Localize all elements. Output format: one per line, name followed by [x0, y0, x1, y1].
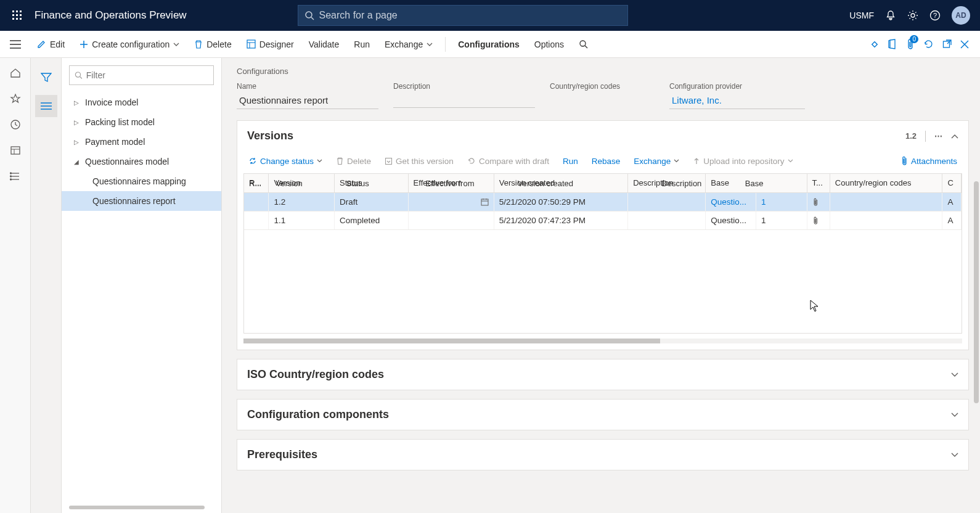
fasttab-header-prereq[interactable]: Prerequisites: [237, 440, 968, 470]
tree-filter-input[interactable]: [69, 65, 214, 85]
list-pane-toggles: [31, 58, 62, 513]
svg-rect-24: [872, 41, 877, 46]
recent-icon[interactable]: [9, 118, 22, 131]
col-t[interactable]: T...: [807, 173, 830, 193]
col-status[interactable]: Status: [334, 173, 408, 193]
action-pane-right: 0: [870, 39, 975, 50]
col-country-codes[interactable]: Country/region codes: [830, 173, 942, 193]
run-button[interactable]: Run: [348, 36, 376, 53]
configurations-tab[interactable]: Configurations: [452, 36, 526, 53]
name-value[interactable]: Questionnaires report: [237, 93, 378, 109]
col-c[interactable]: C: [942, 173, 962, 193]
validate-button[interactable]: Validate: [303, 36, 346, 53]
popout-icon[interactable]: [942, 39, 952, 49]
user-avatar[interactable]: AD: [952, 6, 970, 25]
tree-item-questionnaires-mapping[interactable]: Questionnaires mapping: [62, 171, 221, 191]
tree-item-invoice-model[interactable]: ▷Invoice model: [62, 92, 221, 112]
designer-button[interactable]: Designer: [240, 36, 300, 53]
action-search-icon[interactable]: [573, 36, 594, 52]
versions-grid: R... Version Status Effective from Versi…: [243, 173, 962, 334]
fasttab-header-versions[interactable]: Versions 1.2 ⋯: [237, 121, 968, 151]
home-icon[interactable]: [9, 67, 22, 79]
nav-toggle-icon[interactable]: [0, 40, 31, 49]
list-icon[interactable]: [35, 95, 57, 117]
nav-rail: [0, 58, 31, 513]
refresh-icon[interactable]: [923, 39, 934, 49]
tree-item-questionnaires-model[interactable]: ◢Questionnaires model: [62, 152, 221, 171]
version-run-button[interactable]: Run: [558, 154, 583, 168]
chevron-right-icon: ▷: [71, 139, 81, 146]
tree-item-questionnaires-report[interactable]: Questionnaires report: [62, 191, 221, 211]
attachment-count-badge: 0: [910, 35, 918, 43]
country-codes-value[interactable]: [550, 93, 655, 108]
fasttab-versions: Versions 1.2 ⋯ Change status: [237, 120, 969, 350]
version-delete-button: Delete: [331, 154, 376, 168]
svg-point-9: [306, 12, 312, 18]
svg-line-23: [585, 46, 587, 48]
header-fields: Name Questionnaires report Description C…: [237, 82, 969, 109]
create-configuration-button[interactable]: Create configuration: [73, 36, 186, 53]
office-icon[interactable]: [888, 39, 897, 49]
tree-item-payment-model[interactable]: ▷Payment model: [62, 132, 221, 152]
close-icon[interactable]: [960, 40, 969, 49]
company-picker[interactable]: USMF: [849, 10, 874, 20]
tree-horizontal-scrollbar[interactable]: [69, 506, 205, 509]
table-row[interactable]: 1.2Draft5/21/2020 07:50:29 PMQuestio...1…: [244, 193, 962, 211]
app-launcher-icon[interactable]: [5, 10, 30, 20]
get-this-version-button: Get this version: [380, 154, 459, 168]
filter-icon[interactable]: [35, 67, 57, 89]
table-row[interactable]: 1.1Completed5/21/2020 07:47:23 PMQuestio…: [244, 211, 962, 230]
chevron-down-icon: ◢: [71, 158, 81, 165]
version-attachments-button[interactable]: Attachments: [896, 154, 962, 168]
upload-icon: [693, 157, 700, 165]
svg-text:?: ?: [933, 12, 937, 19]
breadcrumb: Configurations: [237, 67, 969, 76]
delete-button[interactable]: Delete: [188, 36, 237, 53]
col-effective[interactable]: Effective from: [408, 173, 494, 193]
help-icon[interactable]: ?: [929, 10, 941, 21]
chevron-right-icon: ▷: [71, 99, 81, 106]
provider-link[interactable]: Litware, Inc.: [669, 93, 805, 109]
gear-icon[interactable]: [907, 10, 918, 21]
chevron-down-icon[interactable]: [951, 453, 958, 458]
svg-rect-5: [20, 14, 22, 16]
grid-horizontal-scrollbar[interactable]: [243, 339, 962, 343]
fasttab-prerequisites: Prerequisites: [237, 439, 969, 470]
chevron-down-icon[interactable]: [951, 412, 958, 417]
diamond-icon[interactable]: [870, 39, 880, 49]
chevron-down-icon: [788, 159, 793, 163]
attachments-icon[interactable]: 0: [906, 39, 915, 50]
description-value[interactable]: [393, 93, 535, 108]
tree-item-packing-list-model[interactable]: ▷Packing list model: [62, 112, 221, 132]
designer-icon: [247, 39, 256, 49]
fasttab-header-components[interactable]: Configuration components: [237, 400, 968, 430]
modules-icon[interactable]: [9, 170, 22, 183]
separator: [445, 37, 446, 52]
compare-with-draft-button: Compare with draft: [462, 154, 554, 168]
fasttab-header-iso[interactable]: ISO Country/region codes: [237, 359, 968, 390]
search-icon: [75, 71, 83, 80]
chevron-up-icon[interactable]: [951, 134, 958, 139]
exchange-button[interactable]: Exchange: [378, 36, 439, 53]
options-tab[interactable]: Options: [528, 36, 570, 53]
svg-rect-8: [20, 18, 22, 20]
star-icon[interactable]: [9, 92, 22, 105]
rebase-button[interactable]: Rebase: [587, 154, 626, 168]
plus-icon: [80, 40, 88, 49]
grid-header-row: R... Version Status Effective from Versi…: [244, 173, 962, 193]
svg-point-37: [10, 179, 11, 180]
chevron-down-icon[interactable]: [951, 372, 958, 377]
more-icon[interactable]: ⋯: [934, 131, 942, 141]
main-vertical-scrollbar[interactable]: [974, 181, 979, 403]
change-status-button[interactable]: Change status: [243, 154, 327, 168]
col-r[interactable]: R...: [244, 173, 269, 193]
version-exchange-button[interactable]: Exchange: [629, 154, 684, 168]
workspaces-icon[interactable]: [9, 144, 22, 157]
edit-button[interactable]: Edit: [31, 36, 71, 53]
svg-rect-44: [481, 199, 488, 205]
bell-icon[interactable]: [885, 10, 896, 21]
svg-rect-43: [386, 158, 392, 164]
field-country-codes: Country/region codes: [550, 82, 655, 109]
global-search[interactable]: Search for a page: [298, 5, 628, 26]
svg-rect-19: [247, 40, 255, 48]
